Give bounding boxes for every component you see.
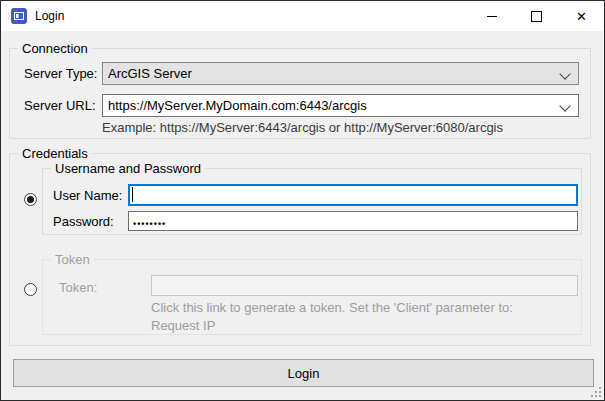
minimize-icon: [487, 16, 497, 17]
resize-grip-icon[interactable]: [590, 386, 601, 397]
maximize-icon: [531, 11, 542, 22]
close-button[interactable]: ✕: [559, 1, 604, 31]
token-group-label: Token: [51, 252, 94, 267]
password-label: Password:: [53, 214, 114, 229]
chevron-down-icon: [559, 68, 570, 79]
server-type-label: Server Type:: [24, 66, 97, 81]
username-password-group-label: Username and Password: [51, 161, 205, 176]
username-label: User Name:: [53, 188, 122, 203]
window-title: Login: [35, 9, 64, 23]
server-type-dropdown[interactable]: ArcGIS Server: [102, 62, 579, 85]
server-type-value: ArcGIS Server: [108, 66, 192, 81]
username-password-group: Username and Password User Name: Passwor…: [42, 168, 582, 235]
chevron-down-icon: [559, 100, 570, 111]
connection-group-label: Connection: [18, 41, 92, 56]
token-group: Token Token: Click this link to generate…: [42, 259, 582, 335]
username-input[interactable]: [128, 184, 578, 206]
titlebar: Login ✕: [1, 1, 604, 31]
login-button[interactable]: Login: [13, 359, 594, 387]
minimize-button[interactable]: [469, 1, 514, 31]
close-icon: ✕: [576, 10, 587, 23]
token-input[interactable]: [151, 275, 578, 296]
maximize-button[interactable]: [514, 1, 559, 31]
server-url-value: https://MyServer.MyDomain.com:6443/arcgi…: [108, 98, 367, 113]
credentials-group: Credentials Username and Password User N…: [9, 153, 591, 346]
token-radio[interactable]: [24, 283, 37, 296]
server-url-example: Example: https://MyServer:6443/arcgis or…: [102, 120, 503, 135]
token-label: Token:: [59, 280, 97, 295]
password-input[interactable]: [128, 211, 578, 231]
request-ip-link[interactable]: Request IP: [151, 318, 215, 333]
window-controls: ✕: [469, 1, 604, 31]
credentials-group-label: Credentials: [18, 146, 92, 161]
connection-group: Connection Server Type: ArcGIS Server Se…: [9, 48, 591, 139]
server-url-combobox[interactable]: https://MyServer.MyDomain.com:6443/arcgi…: [102, 94, 579, 117]
server-url-label: Server URL:: [24, 98, 96, 113]
app-icon: [11, 8, 27, 24]
text-cursor: [132, 187, 133, 202]
login-window: Login ✕ Connection Server Type: ArcGIS S…: [0, 0, 605, 401]
token-hint: Click this link to generate a token. Set…: [151, 300, 513, 315]
username-password-radio[interactable]: [24, 193, 37, 206]
